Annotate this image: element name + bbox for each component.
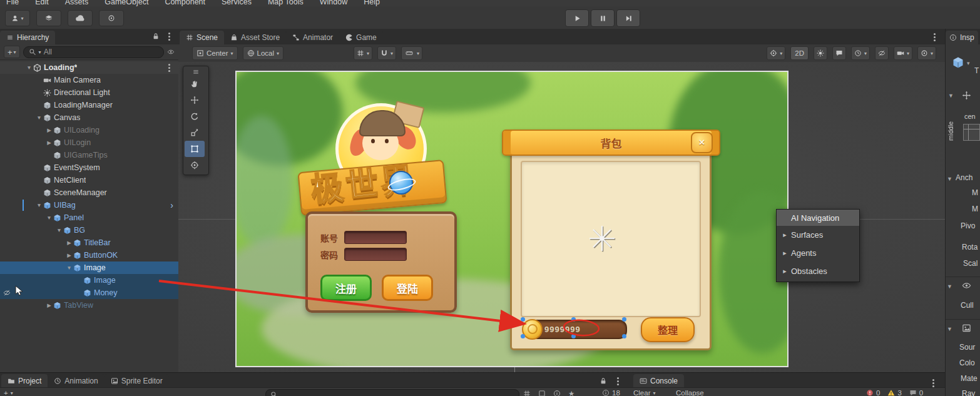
- transform-gizmo[interactable]: [587, 223, 617, 253]
- tree-item-image[interactable]: Image: [0, 274, 178, 287]
- hand-tool[interactable]: [185, 76, 205, 92]
- foldout-arrow[interactable]: ▶: [45, 140, 53, 146]
- menu-item-agents[interactable]: ▸Agents: [777, 244, 859, 262]
- create-object-button[interactable]: +▾: [4, 46, 20, 58]
- tab-asset-store[interactable]: Asset Store: [224, 31, 286, 44]
- console-menu-kebab[interactable]: [929, 378, 937, 388]
- panel-menu-kebab[interactable]: [613, 376, 622, 386]
- tree-item-netclient[interactable]: NetClient: [0, 174, 178, 186]
- rotate-tool[interactable]: [185, 108, 205, 124]
- project-search-input[interactable]: [265, 389, 519, 396]
- pause-button[interactable]: [591, 9, 615, 27]
- tree-item-buttonok[interactable]: ▶ButtonOK: [0, 249, 178, 261]
- target-button[interactable]: [99, 10, 124, 26]
- shading-mode-dropdown[interactable]: ▾: [767, 46, 785, 60]
- rect-handle[interactable]: [521, 334, 525, 338]
- menu-assets[interactable]: Assets: [65, 0, 89, 6]
- snap-increment-button[interactable]: ▾: [377, 46, 396, 60]
- console-collapse-button[interactable]: Collapse: [676, 389, 704, 396]
- foldout-arrow[interactable]: ▼: [45, 215, 53, 221]
- caret-icon[interactable]: ▾: [967, 60, 970, 66]
- project-create-button[interactable]: +▾: [4, 389, 13, 396]
- scene-options-kebab[interactable]: [165, 63, 173, 73]
- tool-pivot-dropdown[interactable]: Center▾: [192, 46, 238, 60]
- tree-item-main-camera[interactable]: Main Camera: [0, 74, 178, 86]
- register-button[interactable]: 注册: [320, 275, 372, 301]
- foldout-arrow[interactable]: ▼: [25, 64, 33, 71]
- menu-gameobject[interactable]: GameObject: [105, 0, 148, 6]
- measure-button[interactable]: ▾: [401, 46, 422, 60]
- prefab-open-chevron[interactable]: ›: [170, 201, 173, 210]
- tab-animator[interactable]: Animator: [286, 31, 339, 44]
- account-button[interactable]: ▾: [5, 10, 30, 26]
- tab-console[interactable]: Console: [633, 374, 684, 388]
- backpack-close-button[interactable]: ×: [691, 132, 713, 153]
- tree-item-titlebar[interactable]: ▶TitleBar: [0, 236, 178, 249]
- canvasrenderer-foldout[interactable]: ▼: [947, 283, 952, 290]
- rect-handle[interactable]: [622, 317, 626, 322]
- warning-icon[interactable]: [887, 389, 895, 396]
- tab-hierarchy[interactable]: Hierarchy: [0, 31, 55, 44]
- menu-services[interactable]: Services: [222, 0, 252, 6]
- foldout-arrow[interactable]: ▼: [35, 202, 43, 208]
- tree-item-uibag[interactable]: ▼UIBag›: [0, 199, 178, 211]
- tree-item-loading[interactable]: ▼Loading*: [0, 61, 178, 74]
- password-input[interactable]: [344, 248, 407, 261]
- scale-tool[interactable]: [185, 124, 205, 141]
- menu-window[interactable]: Window: [320, 0, 347, 6]
- tree-item-panel[interactable]: ▼Panel: [0, 211, 178, 224]
- tree-item-uiloading[interactable]: ▶UILoading: [0, 124, 178, 136]
- menu-component[interactable]: Component: [165, 0, 205, 6]
- transform-tool[interactable]: [185, 157, 205, 173]
- pickability-icon[interactable]: [167, 48, 175, 56]
- account-input[interactable]: [344, 231, 407, 244]
- rect-handle[interactable]: [571, 334, 576, 338]
- tab-project[interactable]: Project: [1, 374, 48, 388]
- tree-item-money[interactable]: Money: [0, 287, 178, 299]
- recttransform-foldout[interactable]: ▼: [948, 93, 954, 99]
- layers-button[interactable]: [36, 10, 61, 26]
- rect-handle[interactable]: [571, 317, 576, 322]
- tool-space-dropdown[interactable]: Local▾: [243, 46, 284, 60]
- error-icon[interactable]: [866, 389, 874, 396]
- tree-item-eventsystem[interactable]: EventSystem: [0, 161, 178, 174]
- anchors-foldout[interactable]: ▼: [947, 176, 952, 182]
- menu-item-ai-navigation[interactable]: AI Navigation: [777, 210, 859, 226]
- menu-item-obstacles[interactable]: ▸Obstacles: [777, 262, 859, 280]
- image-foldout[interactable]: ▼: [947, 326, 952, 332]
- lock-icon[interactable]: [600, 377, 607, 385]
- rect-handle[interactable]: [622, 334, 626, 338]
- foldout-arrow[interactable]: ▼: [55, 227, 63, 233]
- lighting-toggle[interactable]: [814, 46, 827, 60]
- move-tool[interactable]: [185, 92, 205, 108]
- hierarchy-search-input[interactable]: ▾ All: [23, 46, 164, 58]
- grid-snap-button[interactable]: ▾: [354, 46, 372, 60]
- favorites-star-icon[interactable]: ★: [568, 389, 574, 396]
- play-button[interactable]: [565, 9, 589, 27]
- tree-item-image[interactable]: ▼Image: [0, 261, 178, 274]
- info-bubble-icon[interactable]: [909, 389, 917, 396]
- package-icon[interactable]: [538, 390, 546, 396]
- panel-menu-kebab[interactable]: [165, 31, 173, 41]
- tree-item-uigametips[interactable]: UIGameTips: [0, 149, 178, 161]
- tab-game[interactable]: Game: [339, 31, 383, 44]
- cloud-button[interactable]: [68, 10, 93, 26]
- foldout-arrow[interactable]: ▼: [35, 114, 43, 121]
- rect-tool[interactable]: [185, 141, 205, 157]
- tree-item-loadingmanager[interactable]: LoadingManager: [0, 99, 178, 111]
- login-button[interactable]: 登陆: [382, 275, 433, 301]
- foldout-arrow[interactable]: ▶: [65, 252, 73, 258]
- audio-toggle[interactable]: [832, 46, 846, 60]
- tree-item-uilogin[interactable]: ▶UILogin: [0, 136, 178, 149]
- tab-scene[interactable]: Scene: [180, 31, 224, 44]
- menu-item-surfaces[interactable]: ▸Surfaces: [777, 226, 859, 244]
- lock-icon[interactable]: [152, 33, 160, 40]
- tree-item-scenemanager[interactable]: SceneManager: [0, 186, 178, 199]
- tree-item-bg[interactable]: ▼BG: [0, 224, 178, 236]
- foldout-arrow[interactable]: ▼: [65, 265, 73, 271]
- foldout-arrow[interactable]: ▶: [65, 240, 73, 246]
- foldout-arrow[interactable]: ▶: [45, 302, 53, 308]
- effects-dropdown[interactable]: ▾: [851, 46, 870, 60]
- step-button[interactable]: [616, 9, 640, 27]
- tree-item-directional-light[interactable]: Directional Light: [0, 86, 178, 99]
